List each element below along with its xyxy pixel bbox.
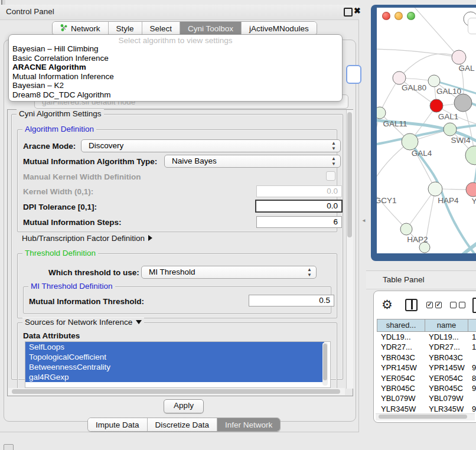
- table-cell: 12: [468, 342, 476, 352]
- kernel-width-field[interactable]: 0.0: [256, 185, 342, 197]
- tab-select[interactable]: Select: [142, 22, 181, 35]
- which-threshold-combo[interactable]: MI Threshold ▲▼: [141, 266, 317, 279]
- tab-style[interactable]: Style: [109, 22, 142, 35]
- network-node[interactable]: [465, 146, 476, 165]
- mi-type-value: Naive Bayes: [172, 156, 217, 165]
- tab-infer-network[interactable]: Infer Network: [217, 418, 280, 431]
- network-node-gal1[interactable]: [430, 99, 443, 112]
- column-header[interactable]: A: [468, 319, 476, 332]
- network-canvas[interactable]: GALGAL80GAL10GAL1GAL11SWI4GAL4GCY1HAP4YH…: [377, 8, 476, 253]
- table-row[interactable]: YBR043CYBR043C: [377, 353, 476, 363]
- algorithm-option[interactable]: Basic Correlation Inference: [9, 54, 342, 63]
- attribute-item[interactable]: BetweennessCentrality: [25, 362, 324, 372]
- focused-combo-fragment: [346, 65, 361, 84]
- network-node-gal80[interactable]: [393, 71, 406, 84]
- table-cell: 9.: [468, 383, 476, 393]
- deselect-all-checkbox-icon[interactable]: [459, 302, 465, 308]
- algorithm-option[interactable]: Dream8 DC_TDC Algorithm: [9, 90, 342, 100]
- table-row[interactable]: YER054CYER054C8.: [377, 373, 476, 383]
- table-row[interactable]: YDR27...YDR27...12: [377, 342, 476, 352]
- network-node-hap2[interactable]: [400, 223, 412, 235]
- float-window-icon[interactable]: [344, 8, 353, 17]
- control-panel-tabbar: NetworkStyleSelectCyni ToolboxjActiveMNo…: [52, 21, 317, 35]
- tab-label: Discretize Data: [155, 420, 210, 429]
- network-node[interactable]: [419, 242, 430, 253]
- aracne-mode-combo[interactable]: Discovery ▲▼: [81, 139, 341, 152]
- table-cell: 8.: [468, 373, 476, 383]
- sources-toggle[interactable]: Sources for Network Inference: [22, 318, 144, 327]
- manual-kernel-checkbox[interactable]: [326, 171, 335, 181]
- gear-icon[interactable]: ⚙: [382, 298, 393, 312]
- network-edge: [377, 113, 380, 188]
- document-icon[interactable]: [472, 298, 476, 313]
- tab-label: Cyni Toolbox: [188, 24, 233, 33]
- algorithm-option[interactable]: Bayesian – Hill Climbing: [9, 44, 342, 54]
- network-node-hap4[interactable]: [428, 182, 442, 196]
- minimize-traffic-light-icon[interactable]: [395, 12, 403, 20]
- attributes-scrollbar-thumb[interactable]: [323, 344, 327, 380]
- hub-definition-toggle[interactable]: Hub/Transcription Factor Definition: [22, 234, 152, 243]
- table-row[interactable]: YBL079WYBL079W: [377, 393, 476, 403]
- sources-title: Sources for Network Inference: [25, 318, 132, 327]
- network-node-gal[interactable]: [452, 50, 466, 64]
- tab-discretize-data[interactable]: Discretize Data: [148, 418, 218, 431]
- minimized-panel-icon[interactable]: [4, 444, 14, 450]
- close-traffic-light-icon[interactable]: [382, 12, 390, 20]
- column-header[interactable]: shared...: [377, 319, 425, 332]
- column-layout-icon[interactable]: [405, 299, 418, 311]
- dpi-tolerance-field[interactable]: 0.0: [255, 200, 343, 213]
- aracne-mode-value: Discovery: [89, 141, 123, 150]
- algorithm-option[interactable]: ARACNE Algorithm: [9, 63, 342, 72]
- attribute-item[interactable]: TopologicalCoefficient: [25, 352, 324, 362]
- network-node-gal10[interactable]: [428, 75, 440, 87]
- algorithm-option[interactable]: Mutual Information Inference: [9, 72, 342, 81]
- algorithm-option[interactable]: Bayesian – K2: [9, 81, 342, 90]
- attribute-item[interactable]: SelfLoops: [25, 342, 324, 352]
- node-label: HAP4: [438, 196, 459, 205]
- column-header[interactable]: name: [425, 319, 468, 332]
- network-node-swi4[interactable]: [444, 123, 457, 136]
- table-cell: YBR043C: [377, 353, 425, 363]
- zoom-traffic-light-icon[interactable]: [407, 12, 415, 20]
- divider-grabber[interactable]: ◄: [361, 218, 365, 223]
- table-row[interactable]: YDL19...YDL19...13: [377, 332, 476, 342]
- algorithm-dropdown-placeholder: Select algorithm to view settings: [9, 36, 342, 44]
- node-table[interactable]: shared...nameA YDL19...YDL19...13YDR27..…: [377, 319, 476, 413]
- node-label: SWI4: [451, 136, 470, 145]
- tab-impute-data[interactable]: Impute Data: [88, 418, 148, 431]
- tab-jactivemnodules[interactable]: jActiveMNodules: [242, 22, 317, 35]
- table-cell: YDL19...: [377, 332, 425, 342]
- settings-horizontal-scrollbar-thumb[interactable]: [12, 389, 340, 394]
- network-node-y[interactable]: [466, 182, 476, 197]
- kernel-width-label: Kernel Width (0,1):: [23, 187, 93, 196]
- table-cell: YDL19...: [425, 332, 468, 342]
- deselect-all-checkbox-icon[interactable]: [450, 302, 457, 308]
- mi-steps-field[interactable]: 6: [256, 216, 342, 228]
- network-node[interactable]: [454, 94, 472, 112]
- apply-button[interactable]: Apply: [164, 399, 204, 413]
- close-icon[interactable]: ✖: [354, 6, 361, 15]
- tab-network[interactable]: Network: [53, 22, 109, 35]
- table-cell: YBR045C: [425, 383, 468, 393]
- table-cell: 9.: [468, 404, 476, 413]
- select-all-checkbox-icon[interactable]: ✓: [426, 302, 433, 308]
- attribute-item[interactable]: gal4RGexp: [25, 372, 324, 382]
- table-row[interactable]: YLR345WYLR345W9.: [377, 404, 476, 413]
- group-title: Algorithm Definition: [22, 125, 96, 133]
- data-attributes-list[interactable]: SelfLoopsTopologicalCoefficientBetweenne…: [25, 341, 331, 388]
- settings-vertical-scrollbar-thumb[interactable]: [347, 112, 352, 237]
- network-node-gal4[interactable]: [402, 133, 418, 150]
- panel-edge-sliver: [1, 0, 5, 5]
- mi-type-combo[interactable]: Naive Bayes ▲▼: [164, 155, 341, 168]
- network-node-gal11[interactable]: [377, 107, 386, 119]
- tab-label: Infer Network: [225, 420, 272, 429]
- mi-threshold-field[interactable]: 0.5: [249, 295, 334, 306]
- table-row[interactable]: YBR045CYBR045C9.: [377, 383, 476, 393]
- table-row[interactable]: YPR145WYPR145W9.: [377, 363, 476, 373]
- network-edge: [377, 188, 406, 229]
- select-all-checkbox-icon[interactable]: ✓: [435, 302, 442, 308]
- mi-steps-label: Mutual Information Steps:: [23, 218, 122, 227]
- table-horizontal-scrollbar-thumb[interactable]: [379, 415, 467, 419]
- tab-cyni-toolbox[interactable]: Cyni Toolbox: [180, 22, 242, 35]
- collapsed-arrow-icon: [148, 235, 152, 241]
